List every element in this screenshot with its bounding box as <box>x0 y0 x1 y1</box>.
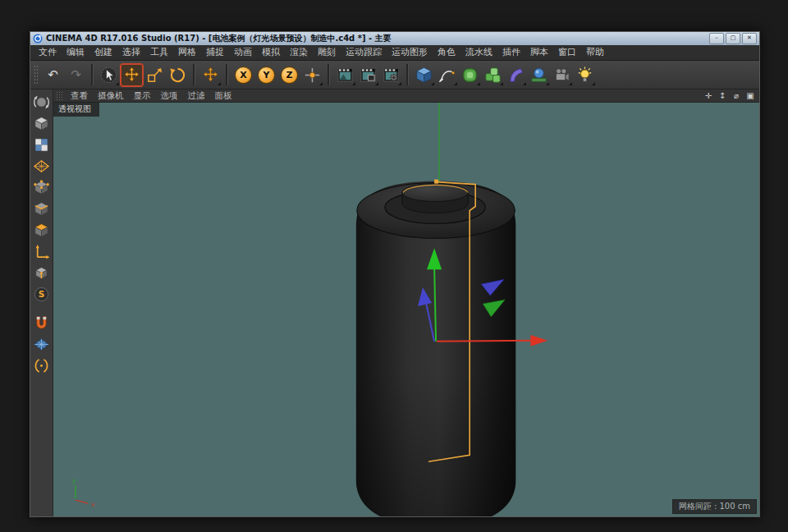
menu-mesh[interactable]: 网格 <box>173 45 201 60</box>
vp-menu-filter[interactable]: 过滤 <box>183 89 210 102</box>
y-axis-lock-button[interactable]: Y <box>255 64 277 86</box>
pan-view-icon[interactable]: ✛ <box>703 91 714 100</box>
menu-file[interactable]: 文件 <box>34 45 62 60</box>
menu-snap[interactable]: 捕捉 <box>201 45 229 60</box>
model-mode-button[interactable] <box>32 113 52 133</box>
viewport-menu-bar: 查看 摄像机 显示 选项 过滤 面板 ✛ ↕ ⌀ ▣ <box>53 89 759 103</box>
add-generator-button[interactable] <box>459 64 481 86</box>
vp-menu-view[interactable]: 查看 <box>66 89 93 102</box>
gizmo-x-axis[interactable] <box>437 341 534 342</box>
add-spline-button[interactable] <box>436 64 458 86</box>
mograph-icon <box>483 66 502 85</box>
gizmo-x-arrowhead[interactable] <box>530 335 547 346</box>
vp-menu-cameras[interactable]: 摄像机 <box>93 89 129 102</box>
rotate-view-icon[interactable]: ⌀ <box>731 91 742 100</box>
menu-bar: 文件 编辑 创建 选择 工具 网格 捕捉 动画 模拟 渲染 雕刻 运动跟踪 运动… <box>30 45 759 61</box>
make-editable-button[interactable] <box>32 92 52 112</box>
recent-move-icon <box>201 66 220 85</box>
menu-window[interactable]: 窗口 <box>553 45 581 60</box>
render-view-button[interactable] <box>334 64 356 86</box>
toolbar-drag-handle[interactable] <box>34 65 39 85</box>
render-settings-icon <box>382 66 401 85</box>
view-label[interactable]: 透视视图 <box>53 103 99 117</box>
menu-character[interactable]: 角色 <box>433 45 460 60</box>
menu-animate[interactable]: 动画 <box>229 45 257 60</box>
menu-render[interactable]: 渲染 <box>285 45 313 60</box>
vp-menu-display[interactable]: 显示 <box>129 89 156 102</box>
x-axis-lock-button[interactable]: X <box>232 64 254 86</box>
redo-button[interactable]: ↷ <box>65 64 87 86</box>
rotate-tool[interactable] <box>167 64 189 86</box>
menu-simulate[interactable]: 模拟 <box>257 45 285 60</box>
viewport-panel: 查看 摄像机 显示 选项 过滤 面板 ✛ ↕ ⌀ ▣ 透视视图 <box>53 89 759 516</box>
menu-motion-tracker[interactable]: 运动跟踪 <box>341 45 387 60</box>
menu-create[interactable]: 创建 <box>89 45 117 60</box>
workplane-mode-button[interactable] <box>32 156 52 176</box>
snap-magnet-icon <box>33 314 50 332</box>
battery-object[interactable] <box>356 181 515 516</box>
viewport-solo-button[interactable] <box>32 263 52 282</box>
menu-script[interactable]: 脚本 <box>525 45 553 60</box>
vp-menu-panel[interactable]: 面板 <box>210 89 237 102</box>
points-mode-button[interactable] <box>32 177 52 197</box>
menu-edit[interactable]: 编辑 <box>62 45 89 60</box>
spline-pen-icon <box>438 66 456 85</box>
add-primitive-button[interactable] <box>413 64 435 86</box>
viewport-canvas[interactable]: 透视视图 <box>53 103 759 516</box>
add-light-button[interactable] <box>574 64 596 86</box>
toolbar-separator <box>226 64 228 85</box>
dolly-view-icon[interactable]: ↕ <box>717 91 728 100</box>
title-bar[interactable]: CINEMA 4D R17.016 Studio (R17) - [电池案例（灯… <box>30 32 759 45</box>
undo-icon: ↶ <box>48 67 58 82</box>
menu-tools[interactable]: 工具 <box>145 45 173 60</box>
minimize-button[interactable]: – <box>709 33 724 44</box>
move-tool[interactable] <box>121 64 143 86</box>
coordinate-system-button[interactable] <box>301 64 323 86</box>
enable-axis-button[interactable] <box>32 241 52 261</box>
add-mograph-button[interactable] <box>482 64 504 86</box>
world-axis-indicator: y x <box>72 477 95 508</box>
coordinate-system-icon <box>303 66 322 85</box>
z-axis-lock-button[interactable]: Z <box>278 64 300 86</box>
environment-icon <box>529 66 548 85</box>
workplane-icon <box>33 158 50 175</box>
add-camera-button[interactable] <box>551 64 573 86</box>
toolbar-separator <box>328 64 330 85</box>
cube-icon <box>415 66 433 85</box>
spline-point-handle[interactable] <box>434 180 438 184</box>
scale-tool[interactable] <box>144 64 166 86</box>
axis-label-x: x <box>91 501 95 508</box>
render-settings-button[interactable] <box>380 64 402 86</box>
menu-sculpt[interactable]: 雕刻 <box>313 45 341 60</box>
add-deformer-button[interactable] <box>505 64 527 86</box>
recent-tool-button[interactable] <box>199 64 222 86</box>
make-editable-icon <box>33 94 50 111</box>
enable-snap-button[interactable] <box>32 313 52 332</box>
axis-mode-icon <box>33 243 50 260</box>
points-mode-icon <box>33 179 50 196</box>
texture-tool-button[interactable]: S <box>32 284 52 304</box>
maximize-button[interactable]: ▢ <box>726 33 740 44</box>
edges-mode-button[interactable] <box>32 199 52 218</box>
texture-mode-button[interactable] <box>32 135 52 154</box>
quantize-button[interactable] <box>32 355 52 375</box>
light-icon <box>575 66 594 85</box>
add-environment-button[interactable] <box>528 64 550 86</box>
viewport-drag-handle[interactable] <box>56 91 64 100</box>
workplane-snap-icon <box>33 336 50 353</box>
undo-button[interactable]: ↶ <box>42 64 64 86</box>
menu-select[interactable]: 选择 <box>117 45 145 60</box>
polygons-mode-button[interactable] <box>32 220 52 240</box>
toolbar-separator <box>406 64 409 85</box>
menu-help[interactable]: 帮助 <box>581 45 609 60</box>
render-picture-viewer-button[interactable] <box>357 64 379 86</box>
vp-menu-options[interactable]: 选项 <box>156 89 183 102</box>
workplane-snap-button[interactable] <box>32 334 52 354</box>
scene-3d: y x <box>53 103 759 516</box>
menu-plugins[interactable]: 插件 <box>497 45 525 60</box>
toggle-view-icon[interactable]: ▣ <box>744 91 756 100</box>
close-button[interactable]: ✕ <box>742 33 757 44</box>
menu-mograph[interactable]: 运动图形 <box>387 45 433 60</box>
menu-pipeline[interactable]: 流水线 <box>460 45 497 60</box>
live-selection-tool[interactable] <box>98 64 120 86</box>
